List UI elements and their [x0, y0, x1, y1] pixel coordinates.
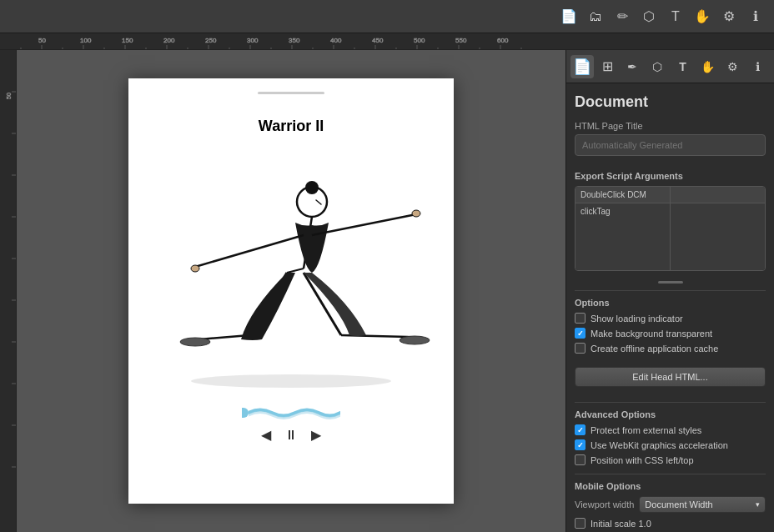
- toolbar-text-icon[interactable]: T: [664, 5, 687, 28]
- svg-line-67: [316, 200, 321, 204]
- option-create-offline: Create offline application cache: [575, 343, 766, 354]
- svg-point-52: [305, 181, 319, 194]
- svg-text:550: 550: [455, 37, 467, 44]
- svg-text:50: 50: [6, 93, 12, 99]
- svg-line-54: [195, 235, 304, 267]
- canvas-frame: Warrior II: [128, 78, 454, 504]
- next-button[interactable]: ▶: [311, 427, 321, 443]
- pause-button[interactable]: ⏸: [284, 428, 298, 443]
- export-table-header-col1: DoubleClick DCM: [575, 187, 671, 203]
- viewport-dropdown-arrow: ▾: [756, 500, 760, 509]
- webkit-checkbox[interactable]: [575, 439, 586, 450]
- position-checkbox[interactable]: [575, 454, 586, 465]
- viewport-row: Viewport width Document Width ▾: [575, 496, 766, 513]
- table-resize-handle[interactable]: [658, 281, 683, 284]
- panel-icon-toolbar: 📄 ⊞ ✒ ⬡ T ✋ ⚙ ℹ: [566, 50, 774, 83]
- mobile-options-section: Initial scale 1.0 Allow user scaling Use…: [575, 518, 766, 532]
- svg-point-50: [191, 374, 391, 388]
- svg-text:250: 250: [205, 37, 217, 44]
- ruler: 50 100 150 200 250 300 350 400 450 500 5…: [0, 33, 774, 50]
- toolbar-hand-icon[interactable]: ✋: [691, 5, 714, 28]
- media-controls: ◀ ⏸ ▶: [261, 427, 321, 443]
- protect-label: Protect from external styles: [591, 425, 701, 435]
- svg-rect-38: [0, 50, 17, 532]
- viewport-width-select[interactable]: Document Width ▾: [639, 496, 766, 513]
- toolbar-settings-icon[interactable]: ⚙: [717, 5, 741, 28]
- toolbar-pen-icon[interactable]: ✏: [611, 5, 634, 28]
- export-table: DoubleClick DCM clickTag: [575, 186, 766, 271]
- main-container: 50 Warrior II: [0, 50, 774, 532]
- viewport-width-value: Document Width: [645, 499, 712, 509]
- export-script-label: Export Script Arguments: [575, 171, 766, 181]
- option-webkit: Use WebKit graphics acceleration: [575, 439, 766, 450]
- protect-checkbox[interactable]: [575, 424, 586, 435]
- svg-point-56: [191, 265, 199, 272]
- panel-document-icon[interactable]: 📄: [570, 55, 594, 78]
- prev-button[interactable]: ◀: [261, 427, 271, 443]
- make-background-checkbox[interactable]: [575, 328, 586, 339]
- svg-text:50: 50: [38, 37, 46, 44]
- main-toolbar: 📄 🗂 ✏ ⬡ T ✋ ⚙ ℹ: [0, 0, 774, 33]
- panel-text-icon[interactable]: T: [671, 55, 695, 78]
- make-background-label: Make background transparent: [591, 329, 712, 339]
- viewport-width-label: Viewport width: [575, 499, 634, 509]
- create-offline-checkbox[interactable]: [575, 343, 586, 354]
- option-protect: Protect from external styles: [575, 424, 766, 435]
- panel-pen-icon[interactable]: ✒: [621, 55, 644, 78]
- option-make-background: Make background transparent: [575, 328, 766, 339]
- panel-content: Document HTML Page Title Export Script A…: [566, 83, 774, 532]
- initial-scale-label: Initial scale 1.0: [591, 519, 651, 529]
- svg-rect-0: [0, 33, 774, 50]
- yoga-figure: [149, 143, 433, 402]
- svg-text:400: 400: [330, 37, 342, 44]
- svg-text:500: 500: [414, 37, 425, 44]
- show-loading-checkbox[interactable]: [575, 313, 586, 324]
- export-table-data-col2[interactable]: [671, 203, 765, 270]
- options-label: Options: [575, 298, 766, 308]
- svg-text:600: 600: [497, 37, 509, 44]
- svg-line-58: [287, 269, 304, 273]
- create-offline-label: Create offline application cache: [591, 344, 718, 354]
- canvas-area: 50 Warrior II: [0, 50, 565, 532]
- initial-scale-checkbox[interactable]: [575, 518, 586, 529]
- panel-info-icon[interactable]: ℹ: [746, 55, 770, 78]
- advanced-options-section: Protect from external styles Use WebKit …: [575, 424, 766, 465]
- right-panel: 📄 ⊞ ✒ ⬡ T ✋ ⚙ ℹ Document HTML Page Title…: [565, 50, 774, 532]
- svg-point-65: [180, 338, 210, 346]
- svg-text:150: 150: [122, 37, 133, 44]
- panel-shape-icon[interactable]: ⬡: [646, 55, 669, 78]
- panel-layers-icon[interactable]: ⊞: [596, 55, 619, 78]
- html-page-title-label: HTML Page Title: [575, 121, 766, 131]
- edit-head-button[interactable]: Edit Head HTML...: [575, 367, 766, 387]
- wave-decoration: [242, 405, 340, 420]
- position-label: Position with CSS left/top: [591, 455, 694, 465]
- toolbar-document-icon[interactable]: 📄: [557, 5, 580, 28]
- export-table-data-col1[interactable]: clickTag: [575, 203, 671, 270]
- divider-2: [575, 402, 766, 403]
- option-initial-scale: Initial scale 1.0: [575, 518, 766, 529]
- option-position: Position with CSS left/top: [575, 454, 766, 465]
- option-show-loading: Show loading indicator: [575, 313, 766, 324]
- svg-point-57: [412, 210, 420, 217]
- html-page-title-input[interactable]: [575, 134, 766, 156]
- mobile-options-label: Mobile Options: [575, 481, 766, 491]
- options-section: Show loading indicator Make background t…: [575, 313, 766, 354]
- panel-hand-icon[interactable]: ✋: [696, 55, 720, 78]
- toolbar-layers-icon[interactable]: 🗂: [584, 5, 607, 28]
- export-table-header: DoubleClick DCM: [575, 187, 765, 203]
- svg-text:300: 300: [247, 37, 259, 44]
- divider-3: [575, 474, 766, 474]
- svg-text:200: 200: [163, 37, 175, 44]
- svg-text:350: 350: [289, 37, 300, 44]
- toolbar-info-icon[interactable]: ℹ: [744, 5, 767, 28]
- svg-point-66: [400, 336, 430, 344]
- divider-1: [575, 290, 766, 291]
- toolbar-shape-icon[interactable]: ⬡: [637, 5, 661, 28]
- canvas-title: Warrior II: [259, 118, 324, 135]
- show-loading-label: Show loading indicator: [591, 314, 683, 324]
- export-table-row: clickTag: [575, 203, 765, 270]
- webkit-label: Use WebKit graphics acceleration: [591, 440, 728, 450]
- panel-settings-icon[interactable]: ⚙: [721, 55, 745, 78]
- svg-text:100: 100: [80, 37, 92, 44]
- advanced-options-label: Advanced Options: [575, 409, 766, 419]
